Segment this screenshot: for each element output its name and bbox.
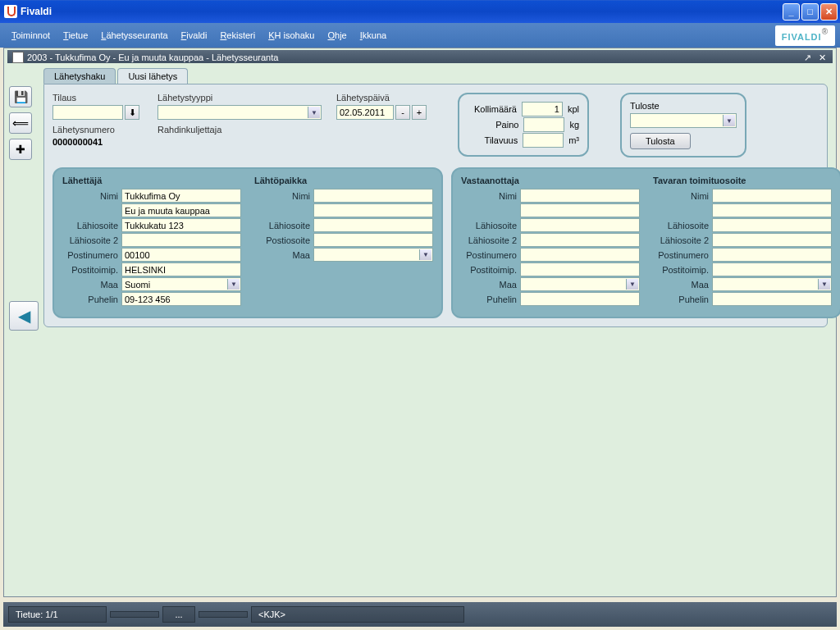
statusbar: Tietue: 1/1 ... <KJK> bbox=[3, 602, 837, 627]
chevron-down-icon: ▼ bbox=[227, 279, 240, 290]
tilaus-lookup-button[interactable]: ⬇ bbox=[125, 105, 139, 120]
kollimaara-label: Kollimäärä bbox=[474, 104, 517, 114]
sub-close-icon[interactable]: ✕ bbox=[816, 52, 828, 63]
toimitus-postinumero-input[interactable] bbox=[712, 248, 832, 262]
vastaanottaja-maa-combo[interactable]: ▼ bbox=[520, 277, 640, 291]
chevron-down-icon: ▼ bbox=[419, 249, 431, 260]
new-record-button[interactable]: ✚ bbox=[9, 139, 32, 160]
tuloste-combo[interactable]: ▼ bbox=[630, 113, 737, 128]
print-box: Tuloste ▼ Tulosta bbox=[620, 93, 746, 158]
lahtopaikka-lahiosoite-input[interactable] bbox=[313, 218, 433, 232]
document-icon bbox=[12, 52, 24, 63]
lahettaja-lahiosoite2-input[interactable] bbox=[121, 233, 241, 247]
status-empty2 bbox=[199, 611, 248, 618]
paino-label: Paino bbox=[495, 120, 518, 130]
save-button[interactable]: 💾 bbox=[9, 86, 32, 107]
lahettaja-maa-combo[interactable]: Suomi▼ bbox=[121, 277, 241, 291]
menu-ikkuna[interactable]: Ikkuna bbox=[354, 27, 393, 43]
paino-input[interactable] bbox=[523, 117, 564, 132]
menu-toiminnot[interactable]: Toiminnot bbox=[5, 27, 57, 43]
tuloste-header: Tuloste bbox=[630, 101, 737, 111]
vastaanottaja-postinumero-input[interactable] bbox=[520, 248, 640, 262]
lahetystyyppi-combo[interactable]: ▼ bbox=[158, 105, 322, 120]
chevron-down-icon: ▼ bbox=[626, 279, 638, 290]
status-record: Tietue: 1/1 bbox=[8, 606, 107, 623]
lahettaja-puhelin-input[interactable] bbox=[121, 292, 241, 306]
window-title: Fivaldi bbox=[21, 6, 783, 17]
date-plus-button[interactable]: + bbox=[412, 105, 427, 120]
vastaanottaja-postitoimip-input[interactable] bbox=[520, 262, 640, 276]
toimitus-lahiosoite2-input[interactable] bbox=[712, 233, 832, 247]
chevron-down-icon: ▼ bbox=[723, 115, 735, 126]
toimitus-puhelin-input[interactable] bbox=[712, 292, 832, 306]
exit-button[interactable]: ⟸ bbox=[9, 112, 32, 134]
lahettaja-header: Lähettäjä bbox=[62, 176, 241, 185]
vastaanottaja-nimi-input[interactable] bbox=[520, 189, 640, 203]
tilavuus-label: Tilavuus bbox=[485, 135, 518, 145]
java-icon bbox=[4, 5, 17, 18]
lahtopaikka-nimi2-input[interactable] bbox=[313, 203, 433, 217]
maximize-button[interactable]: □ bbox=[801, 3, 819, 21]
status-mid: ... bbox=[162, 606, 195, 623]
lahtopaikka-nimi-input[interactable] bbox=[313, 189, 433, 203]
lahetysnumero-label: Lähetysnumero bbox=[52, 125, 143, 135]
menu-fivaldi[interactable]: Fivaldi bbox=[175, 27, 214, 43]
lahettaja-postitoimip-input[interactable] bbox=[121, 262, 241, 276]
chevron-down-icon: ▼ bbox=[308, 107, 320, 118]
window-titlebar: Fivaldi _ □ ✕ bbox=[0, 0, 840, 23]
tilaus-input[interactable] bbox=[52, 105, 123, 120]
kollimaara-input[interactable] bbox=[522, 102, 563, 116]
lahetystyyppi-label: Lähetystyyppi bbox=[158, 93, 322, 103]
vastaanottaja-header: Vastaanottaja bbox=[461, 176, 640, 185]
tilavuus-unit: m³ bbox=[568, 135, 579, 145]
send-arrow-button[interactable]: ◀ bbox=[9, 301, 39, 331]
menu-lahetysseuranta[interactable]: Lähetysseuranta bbox=[94, 27, 174, 43]
menu-tietue[interactable]: Tietue bbox=[57, 27, 94, 43]
minimize-button[interactable]: _ bbox=[783, 3, 800, 21]
status-user: <KJK> bbox=[251, 606, 464, 623]
lahetyspaiva-label: Lähetyspäivä bbox=[336, 93, 427, 103]
tilavuus-input[interactable] bbox=[523, 133, 564, 148]
package-box: Kollimääräkpl Painokg Tilavuusm³ bbox=[458, 93, 589, 157]
lahetysnumero-value: 0000000041 bbox=[52, 137, 143, 147]
toimitus-postitoimip-input[interactable] bbox=[712, 262, 832, 276]
vastaanottaja-nimi2-input[interactable] bbox=[520, 203, 640, 217]
menu-ohje[interactable]: Ohje bbox=[321, 27, 353, 43]
kolli-unit: kpl bbox=[568, 104, 579, 114]
toimitusosoite-header: Tavaran toimituosoite bbox=[653, 176, 832, 185]
chevron-down-icon: ▼ bbox=[818, 279, 830, 290]
menu-rekisteri[interactable]: Rekisteri bbox=[213, 27, 262, 43]
status-empty1 bbox=[110, 611, 159, 618]
toimitus-nimi2-input[interactable] bbox=[712, 203, 832, 217]
lahettaja-lahiosoite-input[interactable] bbox=[121, 218, 241, 232]
sub-restore-icon[interactable]: ↗ bbox=[801, 52, 813, 63]
toimitus-nimi-input[interactable] bbox=[712, 189, 832, 203]
menubar: Toiminnot Tietue Lähetysseuranta Fivaldi… bbox=[0, 23, 840, 48]
lahetyspaiva-input[interactable] bbox=[336, 105, 394, 120]
lahettaja-nimi1-input[interactable] bbox=[121, 189, 241, 203]
tulosta-button[interactable]: Tulosta bbox=[630, 133, 691, 149]
vastaanottaja-lahiosoite2-input[interactable] bbox=[520, 233, 640, 247]
toimitus-lahiosoite-input[interactable] bbox=[712, 218, 832, 232]
subwindow-title: 2003 - Tukkufima Oy - Eu ja muuta kauppa… bbox=[27, 52, 278, 62]
menu-khisohaku[interactable]: KH isohaku bbox=[262, 27, 321, 43]
close-button[interactable]: ✕ bbox=[820, 3, 838, 21]
tab-lahetyshaku[interactable]: Lähetyshaku bbox=[43, 68, 116, 84]
lahtopaikka-maa-combo[interactable]: ▼ bbox=[313, 248, 433, 262]
lahettaja-postinumero-input[interactable] bbox=[121, 248, 241, 262]
lahtopaikka-postiosoite-input[interactable] bbox=[313, 233, 433, 247]
vastaanottaja-lahiosoite-input[interactable] bbox=[520, 218, 640, 232]
tab-panel-uusi-lahetys: Tilaus ⬇ Lähetysnumero 0000000041 Lähety… bbox=[43, 84, 828, 327]
rahdinkuljettaja-label: Rahdinkuljettaja bbox=[158, 125, 322, 135]
paino-unit: kg bbox=[569, 120, 579, 130]
tab-uusi-lahetys[interactable]: Uusi lähetys bbox=[117, 68, 188, 84]
lahettaja-nimi2-input[interactable] bbox=[121, 203, 241, 217]
tilaus-label: Tilaus bbox=[52, 93, 143, 103]
vastaanottaja-puhelin-input[interactable] bbox=[520, 292, 640, 306]
toimitus-maa-combo[interactable]: ▼ bbox=[712, 277, 832, 291]
date-minus-button[interactable]: - bbox=[395, 105, 410, 120]
lahtopaikka-header: Lähtöpaikka bbox=[254, 176, 433, 185]
brand-logo: FIVALDI® bbox=[775, 25, 835, 46]
